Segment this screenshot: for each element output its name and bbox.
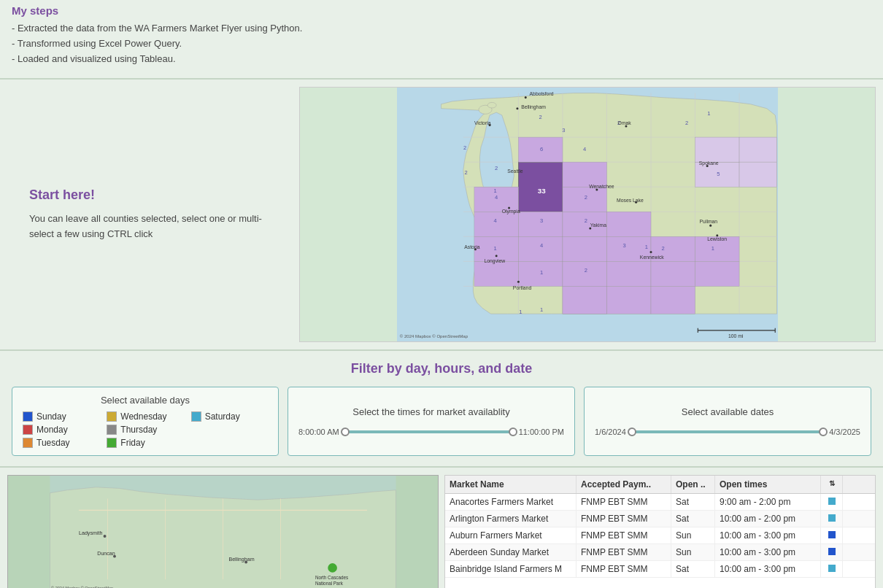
- step-line-1: - Extracted the data from the WA Farmers…: [12, 21, 871, 36]
- dates-filter-box: Select available dates 1/6/2024 4/3/2025: [584, 387, 871, 456]
- svg-text:Kennewick: Kennewick: [640, 255, 664, 260]
- dates-slider-row: 1/6/2024 4/3/2025: [595, 428, 860, 436]
- svg-rect-46: [739, 163, 776, 187]
- svg-rect-36: [606, 262, 651, 287]
- svg-text:Victoria: Victoria: [474, 121, 491, 126]
- svg-rect-26: [474, 262, 519, 287]
- color-indicator: [828, 514, 836, 522]
- color-indicator: [828, 548, 836, 555]
- svg-point-118: [104, 535, 107, 538]
- day-saturday[interactable]: Saturday: [191, 411, 268, 422]
- svg-text:2: 2: [464, 169, 467, 176]
- svg-text:Abbotsford: Abbotsford: [530, 92, 554, 97]
- dates-slider-thumb-right[interactable]: [819, 428, 828, 436]
- table-row[interactable]: Bainbridge Island Farmers M FNMP EBT SMM…: [445, 561, 875, 578]
- table-row[interactable]: Arlington Farmers Market FNMP EBT SMM Sa…: [445, 511, 875, 527]
- times-slider-track[interactable]: [345, 430, 513, 433]
- svg-text:1: 1: [494, 187, 497, 194]
- col-market-name: Market Name: [445, 476, 577, 493]
- col-sort[interactable]: ⇅: [821, 476, 843, 493]
- svg-text:3: 3: [623, 243, 626, 249]
- svg-point-77: [516, 108, 518, 110]
- svg-text:2: 2: [539, 115, 542, 121]
- bottom-detail-map[interactable]: Ladysmith Duncan Bellingham North Cascad…: [7, 475, 439, 588]
- svg-text:5: 5: [717, 171, 720, 177]
- filter-title: Filter by day, hours, and date: [12, 361, 871, 376]
- day-friday[interactable]: Friday: [107, 438, 183, 448]
- svg-text:4: 4: [583, 146, 586, 152]
- sunday-swatch: [23, 411, 33, 422]
- cell-market-name: Anacortes Farmers Market: [445, 494, 577, 510]
- wa-county-map[interactable]: 33 2 3 2 2 1 4 6 2 2 2 2 5 4 1 4 3 2: [299, 87, 876, 342]
- thursday-label: Thursday: [120, 425, 157, 435]
- svg-point-99: [649, 251, 652, 253]
- svg-rect-33: [563, 287, 607, 314]
- day-monday[interactable]: Monday: [23, 425, 99, 435]
- cell-day: Sun: [671, 544, 715, 560]
- svg-text:© 2024 Mapbox © OpenStreetMap: © 2024 Mapbox © OpenStreetMap: [400, 334, 469, 339]
- table-row[interactable]: Aberdeen Sunday Market FNMP EBT SMM Sun …: [445, 544, 875, 561]
- svg-text:North Cascades: North Cascades: [315, 576, 348, 581]
- svg-text:National Park: National Park: [315, 581, 344, 586]
- col-times: Open times: [715, 476, 821, 493]
- cell-times: 10:00 am - 3:00 pm: [715, 561, 821, 577]
- table-row[interactable]: Auburn Farmers Market FNMP EBT SMM Sun 1…: [445, 527, 875, 544]
- cell-payment: FNMP EBT SMM: [577, 561, 671, 577]
- day-wednesday[interactable]: Wednesday: [107, 411, 183, 422]
- svg-text:Longview: Longview: [485, 258, 506, 264]
- times-slider-thumb-left[interactable]: [341, 428, 350, 436]
- svg-point-4: [487, 103, 496, 109]
- svg-text:Bellingham: Bellingham: [228, 557, 254, 562]
- steps-title: My steps: [12, 4, 871, 17]
- start-here-text: You can leave all counties selected, sel…: [29, 212, 277, 242]
- map-left-panel: Start here! You can leave all counties s…: [7, 87, 299, 342]
- dates-filter-title: Select available dates: [595, 406, 860, 417]
- svg-text:Lewiston: Lewiston: [707, 237, 727, 242]
- times-slider-thumb-right[interactable]: [509, 428, 517, 436]
- svg-text:3: 3: [540, 218, 543, 225]
- svg-text:Spokane: Spokane: [699, 160, 719, 166]
- color-indicator: [828, 565, 836, 572]
- day-tuesday[interactable]: Tuesday: [23, 438, 99, 448]
- friday-label: Friday: [120, 438, 144, 448]
- cell-market-name: Aberdeen Sunday Market: [445, 544, 577, 560]
- table-row[interactable]: Anacortes Farmers Market FNMP EBT SMM Sa…: [445, 494, 875, 511]
- cell-color: [821, 561, 843, 577]
- svg-point-101: [496, 255, 498, 258]
- dates-slider-track[interactable]: [632, 430, 823, 433]
- svg-text:3: 3: [562, 127, 565, 134]
- filter-section: Filter by day, hours, and date Select av…: [0, 351, 883, 468]
- cell-payment: FNMP EBT SMM: [577, 544, 671, 560]
- wa-map-svg: 33 2 3 2 2 1 4 6 2 2 2 2 5 4 1 4 3 2: [300, 88, 875, 341]
- svg-rect-42: [695, 262, 740, 287]
- svg-text:2: 2: [585, 218, 587, 225]
- page-wrapper: My steps - Extracted the data from the W…: [0, 0, 883, 588]
- time-start-label: 8:00:00 AM: [298, 428, 339, 436]
- day-thursday[interactable]: Thursday: [107, 425, 183, 435]
- monday-swatch: [23, 425, 33, 435]
- svg-text:6: 6: [540, 146, 543, 152]
- step-line-2: - Transformed using Excel Power Query.: [12, 36, 871, 52]
- cell-market-name: Bainbridge Island Farmers M: [445, 561, 577, 577]
- svg-text:4: 4: [495, 194, 498, 201]
- svg-text:2: 2: [463, 144, 466, 151]
- cell-payment: FNMP EBT SMM: [577, 494, 671, 510]
- dates-slider-thumb-left[interactable]: [628, 428, 636, 436]
- cell-payment: FNMP EBT SMM: [577, 511, 671, 527]
- svg-rect-45: [739, 137, 776, 162]
- bottom-map-svg: Ladysmith Duncan Bellingham North Cascad…: [8, 476, 438, 588]
- svg-text:2: 2: [585, 267, 587, 274]
- svg-point-75: [525, 96, 527, 98]
- svg-text:Omak: Omak: [618, 121, 632, 126]
- svg-text:2: 2: [495, 166, 498, 172]
- times-filter-title: Select the times for market availablity: [298, 406, 564, 417]
- svg-text:Duncan: Duncan: [97, 551, 115, 557]
- svg-rect-44: [695, 137, 740, 162]
- cell-color: [821, 544, 843, 560]
- cell-color: [821, 494, 843, 510]
- svg-text:Pullman: Pullman: [700, 219, 718, 224]
- svg-rect-30: [563, 237, 607, 262]
- step-line-3: - Loaded and visualized using Tableau.: [12, 52, 871, 67]
- day-sunday[interactable]: Sunday: [23, 411, 99, 422]
- svg-text:2: 2: [685, 120, 688, 127]
